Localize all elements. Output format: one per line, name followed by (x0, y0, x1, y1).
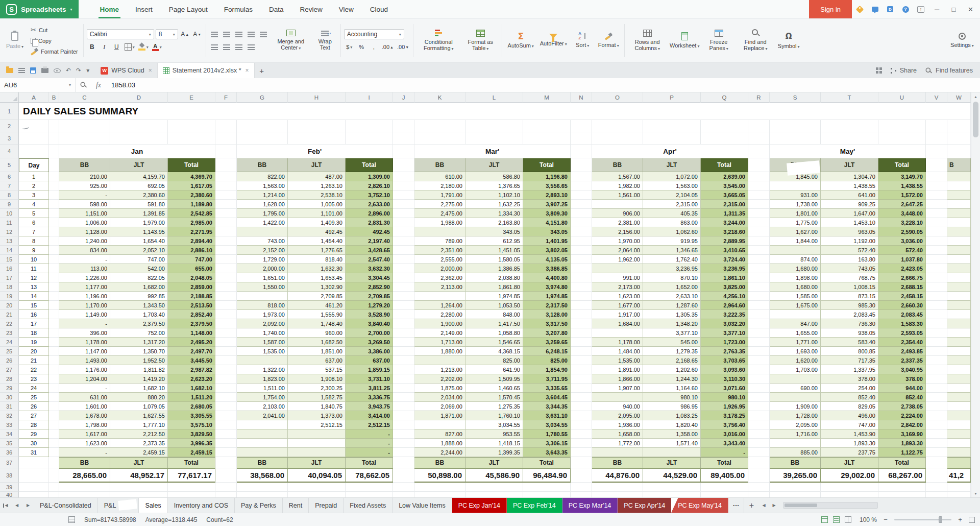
cell[interactable]: 1,811.82 (110, 365, 168, 374)
cell[interactable] (393, 190, 414, 200)
day-cell[interactable]: 19 (19, 338, 49, 347)
cell[interactable]: 874.00 (770, 255, 821, 264)
cell[interactable]: 3,169.90 (878, 429, 926, 439)
fill-color-button[interactable]: ▾ (137, 42, 150, 52)
cell[interactable] (748, 420, 770, 429)
cell[interactable]: 3,305.55 (168, 411, 215, 420)
cell[interactable]: 3,756.40 (701, 420, 748, 429)
cell[interactable] (926, 292, 947, 301)
cell[interactable] (414, 292, 465, 301)
cell[interactable]: 1,658.00 (592, 429, 643, 439)
cell[interactable]: 1,585.00 (770, 292, 821, 301)
cell[interactable]: 1,682.10 (168, 384, 215, 393)
cell[interactable]: 496.00 (821, 411, 878, 420)
cell[interactable] (215, 328, 237, 338)
cell[interactable] (215, 236, 237, 246)
row-header-4[interactable]: 4 (0, 145, 19, 158)
cell[interactable]: 3,222.35 (701, 310, 748, 319)
zoom-level[interactable]: 100 % (860, 516, 877, 523)
cell[interactable] (926, 411, 947, 420)
cell[interactable]: 2,763.35 (701, 347, 748, 356)
day-cell[interactable]: 12 (19, 273, 49, 282)
cell[interactable] (748, 402, 770, 411)
cell[interactable]: 863.00 (643, 218, 701, 227)
grand-total-cell[interactable]: 89,405.00 (701, 468, 748, 483)
cell[interactable] (393, 384, 414, 393)
cell[interactable]: 3,528.90 (346, 310, 393, 319)
cell[interactable]: 1,844.00 (770, 236, 821, 246)
cell[interactable]: 2,688.15 (878, 282, 926, 292)
save-icon[interactable] (30, 67, 36, 74)
cell[interactable] (215, 264, 237, 273)
cell[interactable]: 2,224.00 (878, 411, 926, 420)
add-sheet-button[interactable]: + (744, 498, 758, 513)
grand-total-cell[interactable]: 68,267.00 (878, 468, 926, 483)
cell[interactable]: 1,617.05 (168, 181, 215, 190)
sheet-tab-pc-exp-jan-14[interactable]: PC Exp Jan'14 (452, 498, 507, 513)
cell[interactable] (770, 132, 821, 145)
cell[interactable]: 885.00 (770, 448, 821, 457)
cell[interactable] (748, 429, 770, 439)
cell[interactable]: 2,379.50 (110, 319, 168, 328)
cell[interactable]: 2,168.65 (643, 356, 701, 365)
cell[interactable] (49, 292, 59, 301)
cell[interactable] (926, 209, 947, 218)
cell[interactable] (571, 227, 592, 236)
cell[interactable]: 852.40 (821, 393, 878, 402)
total-header-cell[interactable]: Total (701, 158, 748, 172)
cell[interactable]: 3,665.05 (701, 190, 748, 200)
cell[interactable]: 825.00 (465, 356, 523, 365)
cell[interactable]: 1,572.00 (878, 190, 926, 200)
cell[interactable] (926, 172, 947, 181)
column-header-J[interactable]: J (393, 92, 414, 103)
cell[interactable]: 1,189.80 (168, 200, 215, 209)
cell[interactable]: 880.20 (110, 393, 168, 402)
cell[interactable]: 1,164.60 (643, 384, 701, 393)
cell[interactable]: 1,762.40 (643, 255, 701, 264)
cell[interactable]: 378.00 (821, 374, 878, 384)
cell[interactable]: 492.45 (288, 227, 346, 236)
cell[interactable] (393, 301, 414, 310)
cell[interactable]: 747.00 (821, 420, 878, 429)
cell[interactable] (926, 338, 947, 347)
cell[interactable]: 1,677.00 (592, 301, 643, 310)
zoom-in-button[interactable]: + (957, 516, 964, 523)
cell[interactable] (592, 483, 643, 492)
row-header-12[interactable]: 12 (0, 227, 19, 236)
cell[interactable] (926, 483, 947, 492)
cell[interactable] (49, 273, 59, 282)
cell[interactable] (947, 246, 971, 255)
cell[interactable]: 1,317.20 (110, 338, 168, 347)
cell[interactable] (947, 181, 971, 190)
cell[interactable] (770, 374, 821, 384)
cell[interactable]: 1,176.00 (59, 365, 110, 374)
cell[interactable]: 492.45 (346, 227, 393, 236)
cell[interactable]: 1,438.55 (878, 181, 926, 190)
row-header-40[interactable]: 40 (0, 492, 19, 497)
cell[interactable] (393, 319, 414, 328)
menu-tab-page-layout[interactable]: Page Layout (161, 0, 216, 18)
cell[interactable] (237, 132, 288, 145)
cell[interactable] (49, 411, 59, 420)
day-cell[interactable]: 20 (19, 347, 49, 356)
cell[interactable]: 1,386.85 (465, 264, 523, 273)
cell[interactable]: 1,122.75 (878, 448, 926, 457)
cell[interactable] (748, 273, 770, 282)
cell[interactable] (926, 236, 947, 246)
cell[interactable]: 3,149.70 (878, 172, 926, 181)
sheet-nav-next-button[interactable]: ▶ (22, 498, 34, 513)
vertical-scroll-thumb[interactable] (973, 102, 978, 137)
day-cell[interactable]: 24 (19, 384, 49, 393)
cell[interactable]: 2,064.00 (592, 246, 643, 255)
cell[interactable] (821, 492, 878, 497)
cell[interactable]: 1,511.20 (168, 393, 215, 402)
cell[interactable]: 1,279.35 (643, 347, 701, 356)
italic-button[interactable]: I (99, 42, 110, 52)
premium-icon[interactable] (852, 0, 867, 18)
cell[interactable]: 1,128.00 (59, 227, 110, 236)
cell[interactable] (821, 120, 878, 132)
cell[interactable] (643, 120, 701, 132)
cell[interactable] (393, 457, 414, 468)
cell[interactable]: 4,151.80 (523, 218, 571, 227)
cell[interactable] (523, 492, 571, 497)
